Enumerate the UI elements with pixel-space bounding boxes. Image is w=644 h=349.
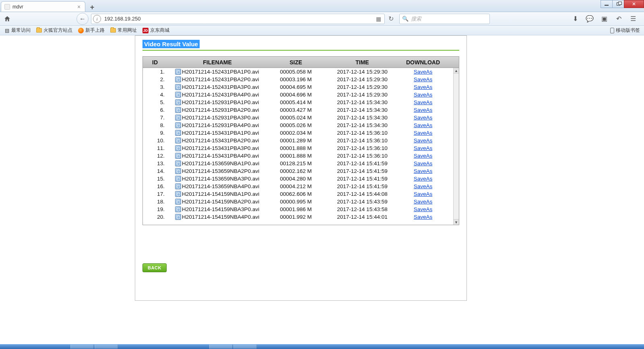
address-right-icons: ▦ [373,16,384,22]
menu-button[interactable]: ☰ [630,15,637,23]
cell-time: 2017-12-14 15:34:30 [324,122,400,128]
saveas-link[interactable]: SaveAs [414,183,433,189]
col-download: DOWNLOAD [400,57,446,68]
downloads-button[interactable]: ⬇ [572,15,579,23]
cell-size: 00004.280 M [268,176,324,182]
search-bar[interactable]: 🔍 [399,14,490,24]
saveas-link[interactable]: SaveAs [414,214,433,220]
cell-id: 4. [143,92,167,98]
search-input[interactable] [411,14,489,23]
saveas-link[interactable]: SaveAs [414,191,433,197]
sidebar-button[interactable]: ▣ [601,15,608,23]
bookmarks-bar: ▤ 最常访问 火狐官方站点 新手上路 常用网址 JD 京东商城 移动版书签 [0,26,644,35]
saveas-link[interactable]: SaveAs [414,69,433,75]
saveas-link[interactable]: SaveAs [414,206,433,212]
reload-button[interactable]: ↻ [387,15,394,23]
saveas-link[interactable]: SaveAs [414,138,433,144]
window-frame: mdvr × + ← i ▦ ↻ 🔍 [0,0,644,349]
cell-filename: H20171214-153431PBA2P0.avi [167,138,268,144]
tab-strip: mdvr × + [0,0,97,12]
address-bar[interactable]: i ▦ [91,14,385,24]
scroll-up-button[interactable]: ▲ [454,68,459,74]
cell-id: 10. [143,138,167,144]
cell-id: 6. [143,107,167,113]
folder-icon [110,28,116,33]
qr-icon[interactable]: ▦ [376,16,381,22]
saveas-link[interactable]: SaveAs [414,107,433,113]
chat-button[interactable]: 💬 [586,15,593,23]
cell-download: SaveAs [400,92,446,98]
cell-size: 00004.212 M [268,183,324,189]
bookmark-most-visited[interactable]: ▤ 最常访问 [4,27,31,34]
home-button[interactable] [3,15,11,23]
address-input[interactable] [103,14,373,23]
video-file-icon [175,76,181,82]
jd-icon: JD [142,28,149,33]
saveas-link[interactable]: SaveAs [414,130,433,136]
video-file-icon [175,176,181,182]
saveas-link[interactable]: SaveAs [414,176,433,182]
saveas-link[interactable]: SaveAs [414,168,433,174]
cell-id: 11. [143,145,167,151]
video-file-icon [175,115,181,121]
filename-text: H20171214-153659NBA3P0.avi [182,176,259,182]
saveas-link[interactable]: SaveAs [414,84,433,90]
saveas-link[interactable]: SaveAs [414,145,433,151]
cell-download: SaveAs [400,130,446,136]
cell-download: SaveAs [400,214,446,220]
saveas-link[interactable]: SaveAs [414,92,433,98]
saveas-link[interactable]: SaveAs [414,199,433,205]
window-maximize-button[interactable] [612,0,624,8]
filename-text: H20171214-152431PBA1P0.avi [182,69,259,75]
bookmark-mobile[interactable]: 移动版书签 [610,27,640,34]
back-page-button[interactable]: BACK [142,263,167,272]
cell-id: 7. [143,115,167,121]
cell-size: 00005.026 M [268,122,324,128]
browser-tab[interactable]: mdvr × [1,1,85,12]
table-row: 1.H20171214-152431PBA1P0.avi00005.058 M2… [143,68,453,76]
saveas-link[interactable]: SaveAs [414,76,433,82]
saveas-link[interactable]: SaveAs [414,99,433,105]
cell-id: 17. [143,191,167,197]
cell-filename: H20171214-152431PBA2P0.avi [167,76,268,82]
saveas-link[interactable]: SaveAs [414,153,433,159]
bookmark-label: 新手上路 [85,27,105,34]
scroll-down-button[interactable]: ▼ [454,219,459,225]
table-body: 1.H20171214-152431PBA1P0.avi00005.058 M2… [143,68,453,225]
new-tab-button[interactable]: + [87,3,97,12]
tab-close-button[interactable]: × [76,4,82,10]
table-row: 17.H20171214-154159NBA1P0.avi00062.606 M… [143,190,453,198]
site-info-icon[interactable]: i [93,15,101,23]
cell-size: 00005.414 M [268,99,324,105]
cell-time: 2017-12-14 15:41:59 [324,183,400,189]
bookmark-getting-started[interactable]: 新手上路 [78,27,105,34]
cell-filename: H20171214-152431PBA1P0.avi [167,69,268,75]
window-minimize-button[interactable] [601,0,613,8]
vertical-scrollbar[interactable]: ▲ ▼ [453,68,459,225]
saveas-link[interactable]: SaveAs [414,115,433,121]
bookmark-jd[interactable]: JD 京东商城 [142,27,169,34]
bookmark-label: 火狐官方站点 [43,27,72,34]
cell-download: SaveAs [400,99,446,105]
cell-filename: H20171214-154159NBA2P0.avi [167,199,268,205]
cell-download: SaveAs [400,76,446,82]
video-file-icon [175,168,181,174]
back-button[interactable]: ← [76,13,89,25]
cell-time: 2017-12-14 15:36:10 [324,153,400,159]
saveas-link[interactable]: SaveAs [414,122,433,128]
saveas-link[interactable]: SaveAs [414,160,433,166]
undo-close-button[interactable]: ↶ [615,15,622,23]
cell-size: 00001.992 M [268,214,324,220]
window-close-button[interactable] [624,0,644,8]
table-row: 12.H20171214-153431PBA4P0.avi00001.888 M… [143,152,453,160]
cell-id: 12. [143,153,167,159]
filename-text: H20171214-154159NBA4P0.avi [182,214,259,220]
bookmark-common-sites[interactable]: 常用网址 [110,27,137,34]
bookmark-firefox-official[interactable]: 火狐官方站点 [36,27,72,34]
cell-filename: H20171214-153431PBA1P0.avi [167,130,268,136]
results-panel: Video Result Value ID FILENAME SIZE TIME… [135,35,467,301]
video-file-icon [175,138,181,144]
cell-time: 2017-12-14 15:41:59 [324,176,400,182]
taskbar[interactable] [0,344,644,349]
cell-download: SaveAs [400,107,446,113]
